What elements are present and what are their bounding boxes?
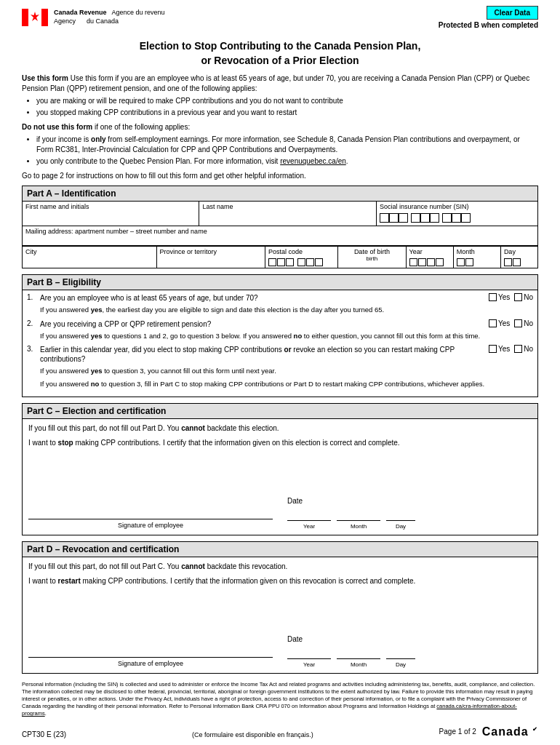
first-name-label: First name and initials (25, 203, 89, 210)
q3-note1: If you answered yes to question 3, you c… (40, 367, 533, 375)
part-d-day-line[interactable] (386, 646, 415, 659)
top-bar: Canada Revenue Agence du revenu Agency d… (22, 0, 538, 32)
part-d-month-label: Month (351, 661, 367, 669)
q1-yes-checkbox[interactable] (489, 293, 497, 301)
q3-yes-checkbox[interactable] (489, 345, 497, 353)
part-b-header: Part B – Eligibility (23, 275, 537, 290)
svg-rect-1 (22, 9, 28, 26)
part-c-date-label: Date (287, 496, 532, 506)
sin-label: Social insurance number (SIN) (380, 203, 469, 210)
part-d-year-item: Year (287, 646, 331, 669)
part-c-sig-label: Signature of employee (118, 521, 183, 530)
part-d-date-label: Date (287, 634, 532, 645)
revenuquebec-link[interactable]: revenuquebec.ca/en (280, 157, 346, 165)
form-number: CPT30 E (23) (22, 730, 66, 738)
last-name-label: Last name (202, 203, 233, 210)
q3-text: Earlier in this calendar year, did you e… (40, 345, 475, 364)
part-d-backdate-note: If you fill out this part, do not fill o… (28, 562, 532, 572)
part-c-section: Part C – Election and certification If y… (22, 403, 538, 535)
intro-use-section: Use this form Use this form if you are a… (22, 73, 538, 118)
part-c-month-line[interactable] (337, 508, 380, 521)
address-label: Mailing address: apartment number – stre… (25, 228, 207, 235)
part-c-statement: I want to stop making CPP contributions.… (28, 438, 532, 448)
part-d-date-sub-row: Year Month Day (287, 646, 532, 669)
part-c-year-label: Year (303, 522, 315, 530)
part-d-sig-area: Signature of employee (28, 643, 273, 669)
question-1-row: 1. Are you an employee who is at least 6… (27, 293, 533, 303)
province-cell: Province or territory (157, 247, 265, 268)
part-d-sig-label: Signature of employee (118, 659, 183, 669)
q3-note2: If you answered no to question 3, fill i… (40, 380, 533, 389)
intro-donot-section: Do not use this form if one of the follo… (22, 122, 538, 167)
part-c-backdate-note: If you fill out this part, do not fill o… (28, 423, 532, 434)
part-d-signature-row: Signature of employee Date Year Month (28, 634, 532, 669)
dob-cell: Date of birth birth (338, 247, 406, 268)
q2-yes-checkbox[interactable] (489, 319, 497, 327)
protected-b-label: Protected B when completed (439, 21, 538, 29)
postal-cell: Postal code (265, 247, 338, 268)
footer-legal: Personal information (including the SIN)… (22, 681, 538, 718)
part-d-statement: I want to restart making CPP contributio… (28, 576, 532, 586)
q2-note: If you answered yes to questions 1 and 2… (40, 332, 533, 340)
day-cell: Day (501, 247, 537, 268)
q1-num: 1. (27, 293, 40, 301)
question-2-row: 2. Are you receiving a CPP or QPP retire… (27, 319, 533, 329)
part-a-section: Part A – Identification First name and i… (22, 186, 538, 268)
use-bullets: you are making or will be required to ma… (36, 96, 538, 118)
q2-num: 2. (27, 319, 40, 327)
logo-area: Canada Revenue Agence du revenu Agency d… (22, 9, 165, 26)
part-c-signature-row: Signature of employee Date Year Month (28, 496, 532, 530)
q2-text: Are you receiving a CPP or QPP retiremen… (40, 319, 475, 329)
part-c-day-label: Day (396, 522, 406, 530)
part-d-year-label: Year (303, 661, 315, 669)
part-b-content: 1. Are you an employee who is at least 6… (23, 290, 537, 396)
part-c-day-item: Day (386, 508, 415, 530)
agency-text: Canada Revenue Agence du revenu Agency d… (54, 9, 165, 25)
part-c-day-line[interactable] (386, 508, 415, 521)
city-row: City Province or territory Postal code D… (23, 246, 537, 268)
part-c-header: Part C – Election and certification (23, 404, 537, 419)
footer-bottom: CPT30 E (23) (Ce formulaire est disponib… (22, 725, 538, 738)
part-d-sig-line[interactable] (28, 643, 273, 658)
part-c-content: If you fill out this part, do not fill o… (23, 419, 537, 535)
q1-no-checkbox[interactable] (514, 293, 522, 301)
part-d-year-line[interactable] (287, 646, 331, 659)
clear-data-button[interactable]: Clear Data (487, 6, 538, 20)
part-d-content: If you fill out this part, do not fill o… (23, 557, 537, 673)
part-d-month-line[interactable] (337, 646, 380, 659)
part-b-section: Part B – Eligibility 1. Are you an emplo… (22, 274, 538, 397)
part-d-header: Part D – Revocation and certification (23, 542, 537, 557)
part-d-day-item: Day (386, 646, 415, 669)
part-c-month-label: Month (351, 522, 367, 530)
month-cell: Month (454, 247, 501, 268)
q3-yes-label[interactable]: Yes (489, 345, 510, 353)
q3-no-label[interactable]: No (514, 345, 533, 353)
donot-bullets: if your income is only from self-employm… (36, 135, 538, 167)
header-right: Clear Data Protected B when completed (439, 6, 538, 29)
q2-no-label[interactable]: No (514, 319, 533, 327)
part-d-day-label: Day (396, 661, 406, 669)
q3-no-checkbox[interactable] (514, 345, 522, 353)
q3-answer: Yes No (475, 345, 533, 353)
q2-answer: Yes No (475, 319, 533, 327)
q2-no-checkbox[interactable] (514, 319, 522, 327)
form-title: Election to Stop Contributing to the Can… (22, 39, 538, 68)
q1-answer: Yes No (475, 293, 533, 301)
question-3-row: 3. Earlier in this calendar year, did yo… (27, 345, 533, 364)
part-d-section: Part D – Revocation and certification If… (22, 541, 538, 674)
svg-rect-2 (41, 9, 48, 26)
year-cell: Year (407, 247, 454, 268)
q2-yes-label[interactable]: Yes (489, 319, 510, 327)
part-c-year-line[interactable] (287, 508, 331, 521)
q1-no-label[interactable]: No (514, 293, 533, 301)
part-c-sig-area: Signature of employee (28, 505, 273, 530)
part-c-sig-line[interactable] (28, 505, 273, 519)
q1-yes-label[interactable]: Yes (489, 293, 510, 301)
canada-wordmark: Canada ✔ (482, 725, 538, 738)
part-a-header: Part A – Identification (23, 186, 537, 202)
part-c-month-item: Month (337, 508, 380, 530)
footer-link[interactable]: canada.ca/cra-information-about-programs (22, 703, 517, 717)
address-row: Mailing address: apartment number – stre… (23, 226, 537, 246)
city-cell: City (23, 247, 157, 268)
page2-note: Go to page 2 for instructions on how to … (22, 171, 538, 181)
